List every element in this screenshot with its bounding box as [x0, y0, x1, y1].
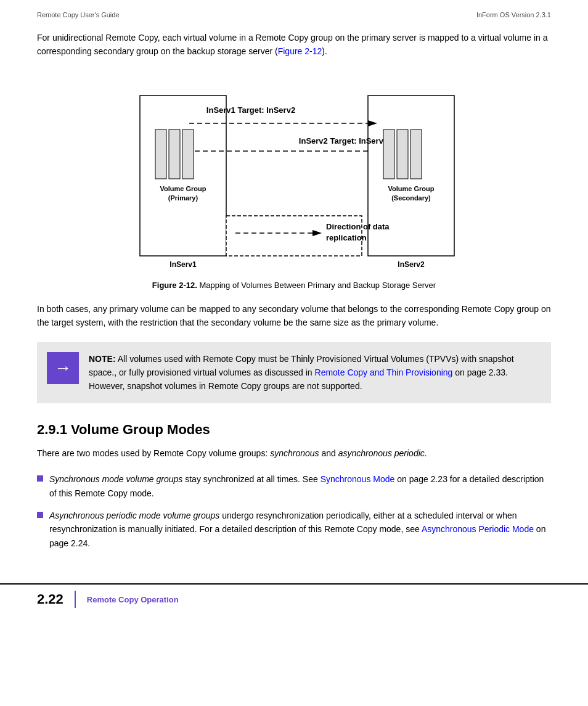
svg-text:Direction of data: Direction of data — [326, 222, 390, 231]
list-item-text: Synchronous mode volume groups stay sync… — [49, 472, 551, 500]
svg-text:InServ2 Target: InServ1: InServ2 Target: InServ1 — [299, 136, 388, 146]
footer-section-name: Remote Copy Operation — [87, 595, 179, 604]
section-number: 2.9.1 — [37, 422, 67, 437]
svg-text:(Primary): (Primary) — [168, 194, 198, 202]
note-box: → NOTE: All volumes used with Remote Cop… — [37, 342, 551, 403]
header-right: InForm OS Version 2.3.1 — [476, 11, 551, 18]
section-intro-and: and — [319, 448, 338, 458]
section-title: Volume Group Modes — [71, 422, 210, 437]
svg-text:(Secondary): (Secondary) — [391, 194, 431, 202]
bullet2-link[interactable]: Asynchronous Periodic Mode — [422, 524, 534, 534]
diagram-svg-element: InServ1 Target: InServ2 InServ2 Target: … — [103, 71, 485, 268]
note-label: NOTE: — [89, 354, 116, 364]
bullet-icon — [37, 475, 43, 482]
svg-text:InServ1: InServ1 — [169, 260, 197, 268]
footer-divider — [75, 591, 76, 608]
figure-label: Figure 2-12. — [152, 281, 197, 290]
figure-link[interactable]: Figure 2-12 — [278, 46, 322, 56]
section-intro-text: There are two modes used by Remote Copy … — [37, 448, 270, 458]
bullet-icon — [37, 512, 43, 518]
bullet1-text1: stay synchronized at all times. See — [182, 474, 320, 484]
bullet-list: Synchronous mode volume groups stay sync… — [37, 472, 551, 550]
intro-text2: ). — [322, 46, 327, 56]
figure-caption: Figure 2-12. Mapping of Volumes Between … — [37, 281, 551, 290]
note-link[interactable]: Remote Copy and Thin Provisioning — [315, 367, 453, 377]
list-item-text: Asynchronous periodic mode volume groups… — [49, 509, 551, 550]
bullet1-link[interactable]: Synchronous Mode — [321, 474, 395, 484]
section-intro: There are two modes used by Remote Copy … — [37, 446, 551, 460]
bullet2-italic: Asynchronous periodic mode volume groups — [49, 511, 219, 520]
page-number: 2.22 — [37, 591, 63, 607]
diagram-container: InServ1 Target: InServ2 InServ2 Target: … — [37, 71, 551, 268]
list-item: Asynchronous periodic mode volume groups… — [37, 509, 551, 550]
diagram-svg: InServ1 Target: InServ2 InServ2 Target: … — [103, 71, 485, 268]
section-heading: 2.9.1 Volume Group Modes — [37, 422, 551, 438]
header-left: Remote Copy User's Guide — [37, 11, 120, 18]
note-text-container: NOTE: All volumes used with Remote Copy … — [89, 352, 541, 393]
list-item: Synchronous mode volume groups stay sync… — [37, 472, 551, 500]
note-icon-container: → — [47, 352, 79, 384]
svg-text:replication: replication — [326, 233, 367, 242]
svg-text:InServ2: InServ2 — [398, 260, 425, 268]
page-header: Remote Copy User's Guide InForm OS Versi… — [0, 0, 588, 25]
section-intro-end: . — [425, 448, 427, 458]
svg-rect-15 — [383, 129, 394, 179]
svg-rect-10 — [182, 129, 194, 179]
svg-rect-8 — [155, 129, 166, 179]
note-arrow-icon: → — [54, 358, 71, 378]
body-text: In both cases, any primary volume can be… — [37, 302, 551, 330]
section-intro-italic1: synchronous — [270, 448, 319, 458]
page-footer: 2.22 Remote Copy Operation — [0, 583, 588, 614]
section-intro-italic2: asynchronous periodic — [338, 448, 425, 458]
svg-text:InServ1 Target: InServ2: InServ1 Target: InServ2 — [206, 105, 295, 115]
bullet1-italic: Synchronous mode volume groups — [49, 474, 182, 484]
svg-rect-16 — [397, 129, 408, 179]
svg-text:Volume Group: Volume Group — [160, 185, 206, 192]
svg-text:Volume Group: Volume Group — [388, 185, 435, 192]
figure-caption-text: Mapping of Volumes Between Primary and B… — [197, 281, 436, 290]
intro-paragraph: For unidirectional Remote Copy, each vir… — [37, 31, 551, 59]
svg-rect-9 — [169, 129, 180, 179]
svg-rect-17 — [410, 129, 422, 179]
page-content: For unidirectional Remote Copy, each vir… — [0, 25, 588, 571]
